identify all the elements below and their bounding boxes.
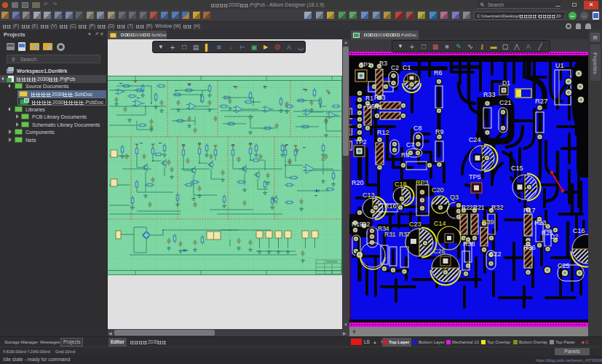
svg-text:C23: C23 [409, 221, 421, 228]
svg-text:R8: R8 [401, 151, 409, 159]
svg-text:C21: C21 [499, 99, 512, 106]
svg-text:R37: R37 [399, 231, 411, 238]
svg-text:R03: R03 [374, 94, 386, 101]
svg-text:R23: R23 [534, 219, 547, 226]
svg-text:R21: R21 [473, 204, 485, 211]
svg-text:C24: C24 [469, 136, 481, 143]
svg-text:R12: R12 [377, 129, 389, 136]
svg-text:TP2: TP2 [355, 138, 367, 146]
svg-text:R6: R6 [434, 69, 443, 76]
svg-text:R31: R31 [384, 231, 396, 238]
svg-text:C25: C25 [558, 262, 570, 269]
svg-text:C2: C2 [391, 64, 399, 71]
svg-text:C13: C13 [363, 191, 375, 199]
svg-text:C18: C18 [395, 181, 407, 188]
svg-text:R33: R33 [483, 91, 496, 98]
svg-text:C1: C1 [403, 64, 411, 71]
svg-text:D1: D1 [502, 79, 510, 87]
svg-text:RP3: RP3 [416, 179, 429, 186]
svg-text:R22: R22 [462, 204, 473, 211]
svg-text:C14: C14 [434, 220, 446, 227]
svg-text:R9: R9 [435, 128, 444, 135]
svg-text:TP5: TP5 [469, 173, 481, 181]
svg-text:R38: R38 [463, 240, 475, 248]
svg-text:R36: R36 [523, 244, 536, 251]
svg-text:R39: R39 [482, 218, 494, 226]
svg-text:R3: R3 [379, 60, 387, 67]
svg-text:R16: R16 [384, 202, 397, 210]
svg-text:C8: C8 [413, 124, 422, 132]
svg-text:TP1: TP1 [360, 61, 371, 68]
svg-text:C26: C26 [433, 248, 445, 255]
svg-text:R20: R20 [352, 179, 364, 186]
svg-text:R17: R17 [523, 207, 536, 214]
svg-text:R27: R27 [535, 97, 547, 105]
svg-text:R5: R5 [374, 103, 382, 111]
svg-text:R32: R32 [491, 204, 504, 211]
svg-text:C16: C16 [573, 227, 585, 234]
svg-text:C15: C15 [511, 165, 523, 172]
svg-text:C22: C22 [489, 250, 502, 258]
svg-text:D2: D2 [550, 233, 558, 240]
svg-text:R1: R1 [365, 95, 373, 102]
svg-text:Q2: Q2 [362, 221, 371, 228]
svg-text:C7: C7 [406, 141, 414, 149]
svg-text:U1: U1 [555, 62, 564, 69]
svg-text:C20: C20 [432, 186, 444, 194]
svg-text:Q3: Q3 [450, 194, 459, 201]
